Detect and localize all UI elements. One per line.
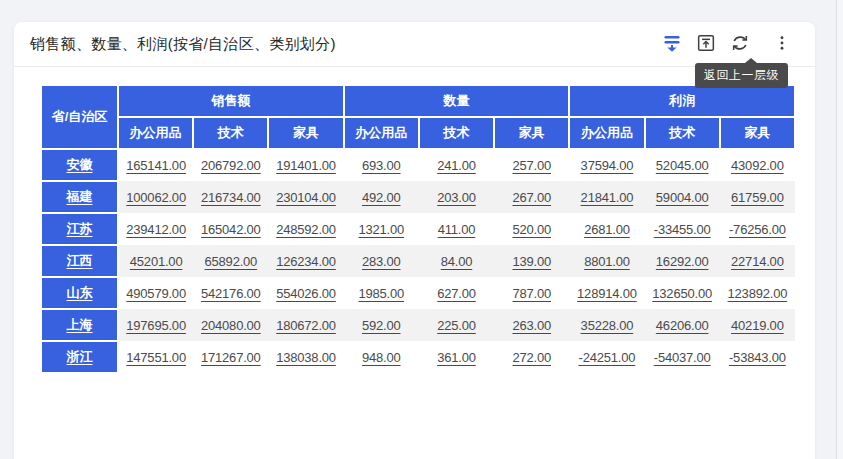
value-link[interactable]: 126234.00 — [276, 254, 336, 269]
value-link[interactable]: 225.00 — [437, 318, 476, 333]
value-link[interactable]: 84.00 — [441, 254, 473, 269]
value-link[interactable]: 138038.00 — [276, 350, 336, 365]
value-link[interactable]: 283.00 — [362, 254, 401, 269]
value-link[interactable]: 59004.00 — [656, 190, 709, 205]
province-cell[interactable]: 上海 — [41, 309, 118, 341]
value-link[interactable]: 147551.00 — [126, 350, 186, 365]
vertical-scrollbar[interactable] — [836, 0, 843, 459]
value-link[interactable]: 230104.00 — [276, 190, 336, 205]
value-cell: 361.00 — [419, 341, 494, 373]
value-cell: 139.00 — [494, 245, 569, 277]
expand-drill-button[interactable] — [659, 31, 685, 57]
value-link[interactable]: 191401.00 — [276, 158, 336, 173]
value-link[interactable]: 948.00 — [362, 350, 401, 365]
value-link[interactable]: 37594.00 — [581, 158, 634, 173]
value-link[interactable]: 123892.00 — [728, 286, 788, 301]
value-link[interactable]: 592.00 — [362, 318, 401, 333]
value-link[interactable]: 52045.00 — [656, 158, 709, 173]
value-cell: 263.00 — [494, 309, 569, 341]
value-link[interactable]: 272.00 — [512, 350, 551, 365]
value-link[interactable]: 241.00 — [437, 158, 476, 173]
value-link[interactable]: 35228.00 — [581, 318, 634, 333]
province-cell[interactable]: 安徽 — [41, 149, 118, 181]
value-link[interactable]: -33455.00 — [654, 222, 711, 237]
value-cell: -76256.00 — [720, 213, 795, 245]
value-link[interactable]: 139.00 — [512, 254, 551, 269]
province-link[interactable]: 江苏 — [67, 221, 93, 236]
value-link[interactable]: 43092.00 — [731, 158, 784, 173]
value-link[interactable]: 165141.00 — [126, 158, 186, 173]
value-link[interactable]: 216734.00 — [201, 190, 261, 205]
province-cell[interactable]: 江西 — [41, 245, 118, 277]
province-link[interactable]: 上海 — [67, 317, 93, 332]
province-link[interactable]: 浙江 — [67, 349, 93, 364]
value-link[interactable]: 361.00 — [437, 350, 476, 365]
value-link[interactable]: 128914.00 — [577, 286, 637, 301]
value-link[interactable]: 45201.00 — [130, 254, 183, 269]
refresh-button[interactable] — [727, 31, 753, 57]
value-link[interactable]: -54037.00 — [654, 350, 711, 365]
value-link[interactable]: 492.00 — [362, 190, 401, 205]
value-link[interactable]: -24251.00 — [579, 350, 636, 365]
value-link[interactable]: 627.00 — [437, 286, 476, 301]
refresh-icon — [730, 33, 750, 56]
value-link[interactable]: 239412.00 — [126, 222, 186, 237]
value-link[interactable]: 1321.00 — [358, 222, 404, 237]
measure-group-header-0: 销售额 — [118, 85, 344, 117]
province-cell[interactable]: 江苏 — [41, 213, 118, 245]
category-header-1-1: 技术 — [419, 117, 494, 149]
value-link[interactable]: 490579.00 — [126, 286, 186, 301]
value-link[interactable]: 267.00 — [512, 190, 551, 205]
value-link[interactable]: 693.00 — [362, 158, 401, 173]
value-link[interactable]: 2681.00 — [584, 222, 630, 237]
value-cell: 257.00 — [494, 149, 569, 181]
value-link[interactable]: 8801.00 — [584, 254, 630, 269]
value-link[interactable]: 22714.00 — [731, 254, 784, 269]
value-link[interactable]: 16292.00 — [656, 254, 709, 269]
value-link[interactable]: 165042.00 — [201, 222, 261, 237]
return-upper-level-button[interactable] — [693, 31, 719, 57]
value-link[interactable]: 787.00 — [512, 286, 551, 301]
province-link[interactable]: 安徽 — [67, 157, 93, 172]
province-cell[interactable]: 山东 — [41, 277, 118, 309]
value-link[interactable]: 171267.00 — [201, 350, 261, 365]
value-link[interactable]: 263.00 — [512, 318, 551, 333]
value-link[interactable]: 21841.00 — [581, 190, 634, 205]
value-link[interactable]: 1985.00 — [358, 286, 404, 301]
province-link[interactable]: 江西 — [67, 253, 93, 268]
value-link[interactable]: 46206.00 — [656, 318, 709, 333]
value-cell: 191401.00 — [268, 149, 343, 181]
province-cell[interactable]: 福建 — [41, 181, 118, 213]
value-link[interactable]: 206792.00 — [201, 158, 261, 173]
value-link[interactable]: -76256.00 — [729, 222, 786, 237]
value-cell: 147551.00 — [118, 341, 193, 373]
value-link[interactable]: 554026.00 — [276, 286, 336, 301]
value-link[interactable]: 197695.00 — [126, 318, 186, 333]
value-link[interactable]: 204080.00 — [201, 318, 261, 333]
value-link[interactable]: 520.00 — [512, 222, 551, 237]
table-row: 山东490579.00542176.00554026.001985.00627.… — [41, 277, 795, 309]
value-link[interactable]: 411.00 — [438, 222, 476, 237]
value-link[interactable]: 542176.00 — [201, 286, 261, 301]
value-link[interactable]: 180672.00 — [276, 318, 336, 333]
province-cell[interactable]: 浙江 — [41, 341, 118, 373]
value-link[interactable]: 100062.00 — [126, 190, 186, 205]
more-options-button[interactable] — [769, 31, 795, 57]
value-link[interactable]: 65892.00 — [205, 254, 258, 269]
value-link[interactable]: 248592.00 — [276, 222, 336, 237]
value-link[interactable]: 257.00 — [512, 158, 551, 173]
table-row: 上海197695.00204080.00180672.00592.00225.0… — [41, 309, 795, 341]
value-cell: 225.00 — [419, 309, 494, 341]
value-link[interactable]: 132650.00 — [652, 286, 712, 301]
pivot-table-head: 省/自治区销售额数量利润办公用品技术家具办公用品技术家具办公用品技术家具 — [41, 85, 795, 149]
value-cell: 8801.00 — [569, 245, 644, 277]
value-cell: 239412.00 — [118, 213, 193, 245]
value-link[interactable]: 40219.00 — [731, 318, 784, 333]
province-link[interactable]: 福建 — [67, 189, 93, 204]
value-cell: 21841.00 — [569, 181, 644, 213]
value-link[interactable]: -53843.00 — [729, 350, 786, 365]
value-link[interactable]: 61759.00 — [731, 190, 784, 205]
value-cell: 248592.00 — [268, 213, 343, 245]
value-link[interactable]: 203.00 — [437, 190, 476, 205]
province-link[interactable]: 山东 — [67, 285, 93, 300]
